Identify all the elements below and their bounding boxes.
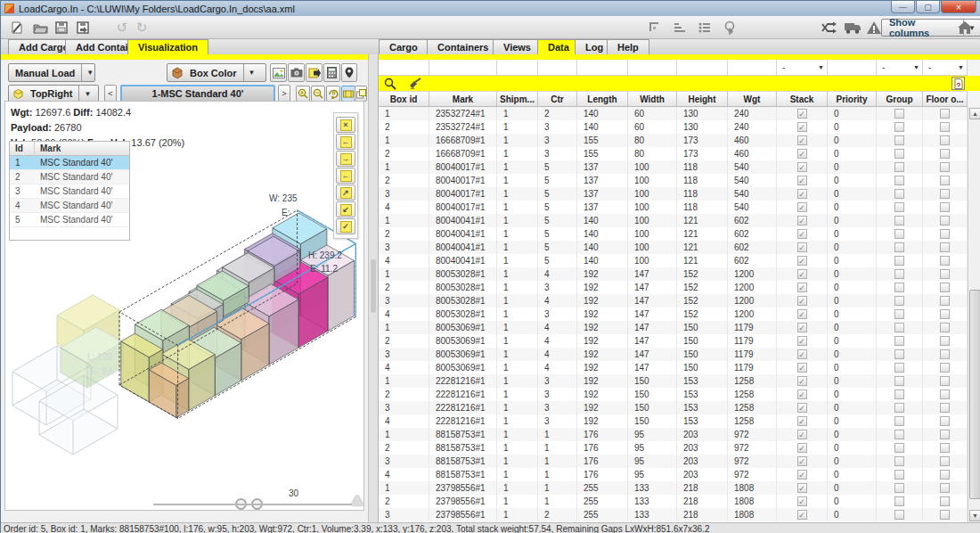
table-row[interactable]: 223532724#11314060130240✓0	[379, 120, 968, 134]
move-up-right-button[interactable]: ↗	[336, 184, 355, 201]
stack-checkbox[interactable]: ✓	[797, 443, 807, 453]
table-row[interactable]: 123532724#11214060130240✓0	[379, 107, 968, 120]
filter-cell[interactable]	[728, 60, 777, 75]
filter-dropdown[interactable]: -▼	[923, 60, 968, 75]
next-container-button[interactable]: >	[278, 85, 290, 102]
floor-checkbox[interactable]	[940, 309, 950, 319]
table-row[interactable]: 216668709#11315580173460✓0	[379, 147, 968, 160]
tab-visualization[interactable]: Visualization	[127, 39, 208, 54]
stack-checkbox[interactable]: ✓	[797, 336, 807, 346]
group-checkbox[interactable]	[894, 390, 904, 399]
group-checkbox[interactable]	[894, 269, 904, 279]
floor-checkbox[interactable]	[940, 390, 950, 399]
floor-checkbox[interactable]	[940, 349, 950, 359]
calculator-button[interactable]	[323, 63, 340, 82]
group-checkbox[interactable]	[894, 323, 904, 332]
confirm-button[interactable]: ✓	[336, 218, 355, 234]
column-header-mark[interactable]: Mark	[429, 91, 497, 107]
group-checkbox[interactable]	[894, 336, 904, 346]
tab-help[interactable]: Help	[607, 39, 649, 54]
filter-cell[interactable]	[429, 60, 497, 75]
minimize-button[interactable]: —	[891, 1, 915, 13]
box-color-dropdown[interactable]: Box Color ▼	[167, 63, 266, 82]
table-row[interactable]: 288158753#11117695203972✓0	[379, 441, 968, 455]
floor-checkbox[interactable]	[940, 430, 950, 439]
floor-checkbox[interactable]	[940, 202, 950, 212]
container-selector[interactable]: 1-MSC Standard 40'	[120, 85, 275, 102]
table-row[interactable]: 488158753#11117695203972✓0	[379, 468, 968, 481]
container-list-row[interactable]: 5MSC Standard 40'	[10, 213, 129, 227]
stack-checkbox[interactable]: ✓	[797, 430, 807, 439]
close-button[interactable]: ×	[941, 1, 976, 13]
floor-checkbox[interactable]	[940, 149, 950, 159]
table-row[interactable]: 480053069#1141921471501179✓0	[379, 361, 968, 374]
group-checkbox[interactable]	[894, 309, 904, 319]
container-view-button[interactable]	[341, 86, 355, 102]
tag-button[interactable]	[721, 19, 739, 37]
table-row[interactable]: 380053028#1141921471521200✓0	[379, 294, 968, 308]
remove-box-button[interactable]: ×	[336, 117, 355, 133]
copy-view-button[interactable]	[355, 86, 367, 102]
group-checkbox[interactable]	[894, 483, 904, 493]
load-mode-dropdown[interactable]: Manual Load ▼	[8, 63, 95, 82]
tab-data[interactable]: Data	[537, 39, 580, 54]
stack-checkbox[interactable]: ✓	[797, 176, 807, 185]
floor-checkbox[interactable]	[940, 403, 950, 413]
group-checkbox[interactable]	[894, 403, 904, 413]
column-header-group[interactable]: Group	[877, 91, 923, 107]
table-row[interactable]: 480053028#1131921471521200✓0	[379, 308, 968, 321]
table-row[interactable]: 280053069#1141921471501179✓0	[379, 334, 968, 348]
table-row[interactable]: 480040017#115137100118540✓0	[379, 201, 968, 214]
rotate-view-button[interactable]	[326, 86, 340, 102]
filter-cell[interactable]	[497, 60, 538, 75]
filter-cell[interactable]	[577, 60, 628, 75]
table-row[interactable]: 180040017#115137100118540✓0	[379, 160, 968, 174]
export-button[interactable]	[306, 63, 323, 82]
table-row[interactable]: 280040041#115140100121602✓0	[379, 227, 968, 241]
table-row[interactable]: 116668709#11315580173460✓0	[379, 134, 968, 147]
group-checkbox[interactable]	[894, 242, 904, 252]
table-row[interactable]: 280040017#115137100118540✓0	[379, 174, 968, 187]
scroll-up-button[interactable]: ▲	[969, 108, 980, 119]
scrollbar-thumb[interactable]	[969, 290, 980, 499]
new-file-button[interactable]	[8, 19, 26, 37]
view-preset-dropdown[interactable]: TopRight ▼	[8, 85, 99, 102]
floor-checkbox[interactable]	[940, 416, 950, 426]
column-header-height[interactable]: Height	[677, 91, 728, 107]
column-header-shipm[interactable]: Shipm...	[497, 91, 538, 107]
stack-checkbox[interactable]: ✓	[797, 229, 807, 239]
stack-checkbox[interactable]: ✓	[797, 416, 807, 426]
column-header-ctr[interactable]: Ctr	[538, 91, 577, 107]
group-checkbox[interactable]	[894, 149, 904, 159]
floor-checkbox[interactable]	[940, 483, 950, 493]
group-checkbox[interactable]	[894, 256, 904, 266]
splitter-thumb[interactable]	[371, 259, 376, 313]
scroll-down-button[interactable]: ▼	[969, 510, 980, 521]
floor-checkbox[interactable]	[940, 296, 950, 306]
column-header-stack[interactable]: Stack	[777, 91, 828, 107]
group-checkbox[interactable]	[894, 349, 904, 359]
viz-canvas[interactable]: W: 235E:H: 239.2E: 11.2L: 120E: 9.6 Wgt:…	[4, 101, 364, 511]
stack-checkbox[interactable]: ✓	[797, 109, 807, 119]
move-left-button[interactable]: ←	[336, 134, 355, 150]
floor-checkbox[interactable]	[940, 496, 950, 506]
container-list-row[interactable]: 1MSC Standard 40'	[10, 156, 129, 170]
floor-checkbox[interactable]	[940, 376, 950, 386]
stack-checkbox[interactable]: ✓	[797, 510, 807, 520]
table-row[interactable]: 380040017#115137100118540✓0	[379, 187, 968, 201]
floor-checkbox[interactable]	[940, 189, 950, 199]
view-preset-arrow[interactable]: ▼	[78, 86, 95, 102]
floor-checkbox[interactable]	[940, 122, 950, 132]
maximize-button[interactable]: ▢	[916, 1, 940, 13]
stack-checkbox[interactable]: ✓	[797, 309, 807, 319]
container-list-row[interactable]: 4MSC Standard 40'	[10, 199, 129, 213]
stack-checkbox[interactable]: ✓	[797, 349, 807, 359]
floor-checkbox[interactable]	[940, 269, 950, 279]
redo-button[interactable]: ↻	[133, 19, 151, 37]
stack-checkbox[interactable]: ✓	[797, 470, 807, 480]
stack-checkbox[interactable]: ✓	[797, 296, 807, 306]
stack-checkbox[interactable]: ✓	[797, 122, 807, 132]
stack-checkbox[interactable]: ✓	[797, 483, 807, 493]
floor-checkbox[interactable]	[940, 176, 950, 185]
table-row[interactable]: 188158753#11117695203972✓0	[379, 428, 968, 441]
